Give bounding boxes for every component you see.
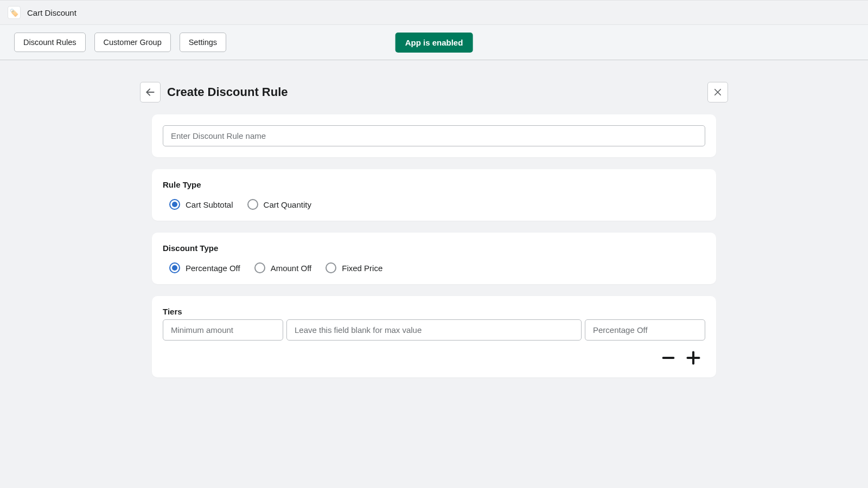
radio-amount-off[interactable]: Amount Off: [254, 262, 312, 273]
plus-icon: [686, 350, 701, 365]
close-button[interactable]: [707, 82, 728, 102]
rule-name-input[interactable]: [163, 125, 705, 146]
tiers-label: Tiers: [163, 307, 705, 316]
page-title: Create Discount Rule: [167, 85, 288, 99]
radio-percentage-off[interactable]: Percentage Off: [169, 262, 240, 273]
tier-pct-input[interactable]: [585, 319, 705, 341]
radio-cart-subtotal[interactable]: Cart Subtotal: [169, 199, 233, 210]
remove-tier-button[interactable]: [660, 349, 677, 367]
radio-label: Percentage Off: [186, 264, 240, 273]
discount-type-card: Discount Type Percentage Off Amount Off …: [152, 233, 716, 284]
app-title: Cart Discount: [27, 8, 76, 17]
add-tier-button[interactable]: [685, 349, 702, 367]
name-card: [152, 114, 716, 157]
arrow-left-icon: [145, 87, 156, 98]
radio-icon: [326, 262, 336, 273]
app-icon: 🏷️: [8, 6, 21, 19]
app-status-badge: App is enabled: [395, 33, 473, 53]
radio-label: Amount Off: [271, 264, 312, 273]
radio-fixed-price[interactable]: Fixed Price: [326, 262, 382, 273]
page-header: Create Discount Rule: [152, 82, 716, 114]
app-header: 🏷️ Cart Discount: [0, 1, 868, 25]
radio-cart-quantity[interactable]: Cart Quantity: [247, 199, 311, 210]
radio-icon: [169, 199, 180, 210]
tier-max-input[interactable]: [286, 319, 582, 341]
radio-icon: [254, 262, 265, 273]
discount-type-label: Discount Type: [163, 243, 705, 253]
radio-label: Cart Quantity: [264, 200, 311, 209]
rule-type-card: Rule Type Cart Subtotal Cart Quantity: [152, 169, 716, 221]
radio-icon: [247, 199, 258, 210]
tier-min-input[interactable]: [163, 319, 283, 341]
tab-settings[interactable]: Settings: [180, 33, 226, 52]
radio-label: Fixed Price: [342, 264, 382, 273]
radio-label: Cart Subtotal: [186, 200, 233, 209]
minus-icon: [661, 350, 676, 365]
tiers-card: Tiers: [152, 296, 716, 377]
radio-icon: [169, 262, 180, 273]
back-button[interactable]: [140, 82, 161, 102]
tab-discount-rules[interactable]: Discount Rules: [14, 33, 86, 52]
nav-bar: Discount Rules Customer Group Settings A…: [0, 25, 868, 60]
rule-type-label: Rule Type: [163, 180, 705, 189]
close-icon: [713, 87, 723, 97]
tab-customer-group[interactable]: Customer Group: [94, 33, 171, 52]
